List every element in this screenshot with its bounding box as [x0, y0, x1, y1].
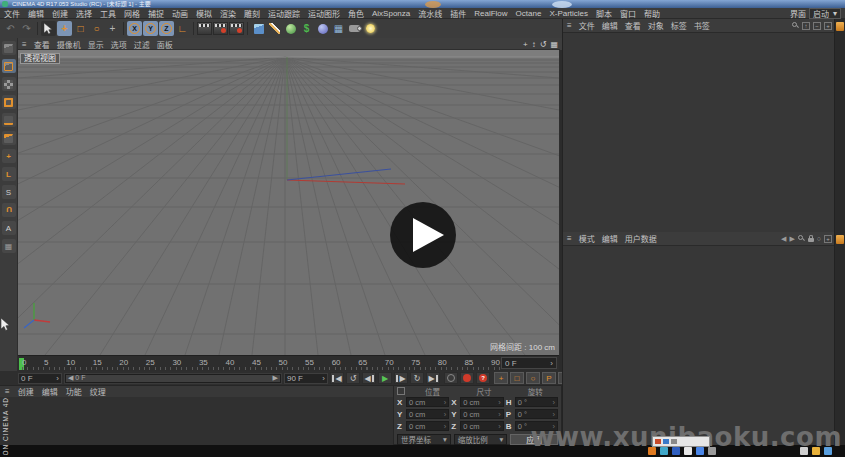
coordinate-system-button[interactable]: ∟ — [175, 21, 190, 36]
menu-realflow[interactable]: RealFlow — [470, 9, 511, 18]
menu-render[interactable]: 渲染 — [216, 8, 240, 19]
menu-edit[interactable]: 编辑 — [24, 8, 48, 19]
stepper-icon[interactable]: › — [444, 410, 447, 419]
goto-start-button[interactable]: ◀ — [330, 372, 344, 384]
om-menu-bookmarks[interactable]: 书签 — [694, 20, 710, 31]
ime-toolbar[interactable] — [652, 436, 710, 447]
om-menu-edit[interactable]: 编辑 — [602, 20, 618, 31]
last-tool-button[interactable]: + — [105, 21, 120, 36]
expand-icon[interactable]: + — [824, 22, 832, 30]
stepper-icon[interactable]: › — [498, 398, 501, 407]
new-panel-icon[interactable]: + — [824, 235, 832, 243]
add-cube-button[interactable] — [251, 21, 266, 36]
pan-view-icon[interactable]: + — [523, 40, 528, 49]
add-environment-button[interactable]: ▦ — [331, 21, 346, 36]
viewport-menu-display[interactable]: 显示 — [88, 39, 104, 50]
previous-key-button[interactable]: ↺ — [346, 372, 360, 384]
hamburger-icon[interactable]: ≡ — [567, 234, 572, 243]
menu-create[interactable]: 创建 — [48, 8, 72, 19]
preview-range-slider[interactable]: ◀ 0 F ▶ — [64, 373, 282, 384]
ruler-frame-field[interactable]: 0 F › — [501, 357, 557, 369]
timeline-ruler[interactable]: 051015202530354045505560657075808590 0 F… — [18, 355, 559, 371]
previous-frame-button[interactable]: ◀ — [362, 372, 376, 384]
menu-mesh[interactable]: 网格 — [120, 8, 144, 19]
workplane-mode-button[interactable]: L — [2, 167, 16, 181]
model-mode-button[interactable] — [2, 59, 16, 73]
add-subdivision-surface-button[interactable] — [283, 21, 298, 36]
range-right-grip[interactable]: ▶ — [273, 374, 278, 382]
history-back-icon[interactable]: ◀ — [781, 235, 786, 243]
object-manager-content[interactable] — [563, 33, 835, 232]
texture-mode-button[interactable] — [2, 77, 16, 91]
size-z-field[interactable]: 0 cm› — [460, 421, 503, 431]
coord-system-select[interactable]: 世界坐标▾ — [397, 434, 451, 445]
record-position-toggle[interactable]: + — [494, 372, 508, 384]
rot-p-field[interactable]: 0 °› — [515, 409, 558, 419]
rotate-view-icon[interactable]: ↺ — [540, 40, 547, 49]
goto-end-button[interactable]: ▶ — [426, 372, 440, 384]
zoom-view-icon[interactable]: ↕ — [532, 40, 536, 49]
track-icon[interactable]: ○ — [817, 235, 821, 242]
menu-xparticles[interactable]: X-Particles — [545, 9, 592, 18]
enable-axis-button[interactable]: + — [2, 149, 16, 163]
stepper-icon[interactable]: › — [550, 359, 553, 368]
render-settings-button[interactable] — [229, 21, 244, 36]
menu-aixsponza[interactable]: AixSponza — [368, 9, 414, 18]
pos-y-field[interactable]: 0 cm› — [406, 409, 449, 419]
lock-y-axis-button[interactable]: Y — [143, 21, 158, 36]
toggle-views-icon[interactable]: ▦ — [550, 40, 558, 49]
menu-help[interactable]: 帮助 — [640, 8, 664, 19]
object-manager-tab-icon[interactable] — [836, 22, 844, 31]
end-frame-field[interactable]: 90 F › — [284, 373, 328, 384]
edges-mode-button[interactable] — [2, 113, 16, 127]
lock-x-axis-button[interactable]: X — [127, 21, 142, 36]
viewport-label[interactable]: 透视视图 — [20, 53, 60, 64]
record-parameter-toggle[interactable]: P — [542, 372, 556, 384]
next-key-button[interactable]: ↻ — [410, 372, 424, 384]
menu-file[interactable]: 文件 — [0, 8, 24, 19]
material-menu-function[interactable]: 功能 — [66, 386, 82, 397]
menu-animate[interactable]: 动画 — [168, 8, 192, 19]
menu-motion-tracker[interactable]: 运动跟踪 — [264, 8, 304, 19]
menu-select[interactable]: 选择 — [72, 8, 96, 19]
viewport-solo-button[interactable]: S — [2, 185, 16, 199]
scale-tool-button[interactable]: □ — [73, 21, 88, 36]
menu-octane[interactable]: Octane — [512, 9, 546, 18]
viewport-canvas[interactable]: 透视视图 网格间距 : 100 cm — [18, 50, 559, 355]
polygons-mode-button[interactable] — [2, 131, 16, 145]
material-menu-create[interactable]: 创建 — [18, 386, 34, 397]
om-menu-file[interactable]: 文件 — [579, 20, 595, 31]
om-menu-tags[interactable]: 标签 — [671, 20, 687, 31]
size-y-field[interactable]: 0 cm› — [460, 409, 503, 419]
record-options-button[interactable] — [444, 372, 458, 384]
hamburger-icon[interactable]: ≡ — [5, 387, 10, 396]
rot-h-field[interactable]: 0 °› — [515, 397, 558, 407]
add-deformer-button[interactable] — [315, 21, 330, 36]
am-menu-edit[interactable]: 编辑 — [602, 233, 618, 244]
menu-window[interactable]: 窗口 — [616, 8, 640, 19]
menu-plugins[interactable]: 插件 — [446, 8, 470, 19]
record-scale-toggle[interactable]: □ — [510, 372, 524, 384]
undo-button[interactable]: ↶ — [3, 21, 18, 36]
search-icon[interactable] — [798, 235, 805, 242]
stepper-icon[interactable]: › — [322, 374, 325, 383]
make-editable-button[interactable] — [2, 41, 16, 55]
material-menu-texture[interactable]: 纹理 — [90, 386, 106, 397]
om-menu-view[interactable]: 查看 — [625, 20, 641, 31]
live-selection-button[interactable] — [41, 21, 56, 36]
render-to-picture-viewer-button[interactable] — [213, 21, 228, 36]
rotate-tool-button[interactable]: ○ — [89, 21, 104, 36]
record-keyframe-button[interactable] — [460, 372, 474, 384]
stepper-icon[interactable]: › — [498, 410, 501, 419]
collapse-icon[interactable]: − — [813, 22, 821, 30]
viewport-menu-panel[interactable]: 面板 — [157, 39, 173, 50]
play-button[interactable]: ▶ — [378, 372, 392, 384]
attribute-manager-content[interactable] — [563, 246, 835, 445]
stepper-icon[interactable]: › — [552, 410, 555, 419]
render-view-button[interactable] — [197, 21, 212, 36]
add-camera-button[interactable] — [347, 21, 362, 36]
autokey-button[interactable]: ? — [476, 372, 490, 384]
menu-sculpt[interactable]: 雕刻 — [240, 8, 264, 19]
size-mode-select[interactable]: 缩放比例▾ — [454, 434, 508, 445]
enable-snap-button[interactable]: U — [2, 203, 16, 217]
